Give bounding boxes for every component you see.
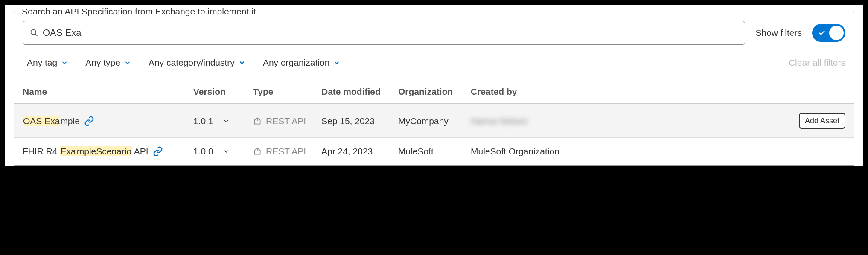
header-version[interactable]: Version (193, 87, 253, 97)
cell-type: REST API (253, 116, 321, 126)
table-row[interactable]: FHIR R4 ExampleScenario API 1.0.0 (14, 138, 854, 165)
filter-type-label: Any type (85, 58, 120, 68)
cell-version[interactable]: 1.0.1 (193, 116, 253, 126)
api-icon (253, 147, 262, 156)
cell-created-by: MuleSoft Organization (471, 146, 565, 156)
chevron-down-icon (61, 59, 68, 67)
match-highlight: OAS Exa (23, 116, 60, 126)
match-highlight: Exa (60, 146, 76, 156)
results-table: Name Version Type Date modified Organiza… (14, 81, 854, 165)
show-filters-label: Show filters (755, 28, 802, 38)
api-icon (253, 117, 262, 125)
match-highlight: mpleScenario (76, 146, 132, 156)
toggle-knob (829, 26, 844, 40)
search-fieldset: Search an API Specification from Exchang… (14, 12, 854, 166)
header-created-by[interactable]: Created by (471, 87, 565, 97)
search-box[interactable] (23, 21, 745, 45)
filter-category-dropdown[interactable]: Any category/industry (149, 58, 246, 68)
filter-category-label: Any category/industry (149, 58, 235, 68)
header-name[interactable]: Name (23, 87, 193, 97)
filter-tag-label: Any tag (27, 58, 57, 68)
show-filters-toggle[interactable] (812, 24, 845, 42)
header-date[interactable]: Date modified (321, 87, 398, 97)
cell-org: MyCompany (398, 116, 471, 126)
clear-all-filters[interactable]: Clear all filters (789, 58, 845, 68)
filter-organization-dropdown[interactable]: Any organization (263, 58, 341, 68)
cell-created-by: Hanna Nelson (471, 116, 565, 126)
add-asset-button[interactable]: Add Asset (799, 113, 845, 129)
filter-tag-dropdown[interactable]: Any tag (27, 58, 68, 68)
cell-date: Sep 15, 2023 (321, 116, 398, 126)
cell-name: FHIR R4 ExampleScenario API (23, 146, 193, 156)
cell-type: REST API (253, 146, 321, 156)
table-row[interactable]: OAS Example 1.0.1 (14, 104, 854, 138)
svg-point-0 (31, 30, 36, 35)
chevron-down-icon (124, 59, 131, 67)
header-org[interactable]: Organization (398, 87, 471, 97)
chevron-down-icon (238, 59, 246, 67)
fieldset-legend: Search an API Specification from Exchang… (19, 6, 259, 17)
check-icon (818, 29, 826, 37)
svg-line-1 (35, 34, 38, 36)
link-icon[interactable] (153, 146, 163, 156)
search-icon (30, 29, 38, 37)
cell-date: Apr 24, 2023 (321, 146, 398, 156)
table-header: Name Version Type Date modified Organiza… (14, 81, 854, 104)
filter-type-dropdown[interactable]: Any type (85, 58, 131, 68)
cell-org: MuleSoft (398, 146, 471, 156)
filter-organization-label: Any organization (263, 58, 329, 68)
link-icon[interactable] (84, 116, 94, 126)
cell-name: OAS Example (23, 116, 193, 126)
search-input[interactable] (43, 27, 738, 38)
chevron-down-icon (223, 148, 230, 155)
cell-version[interactable]: 1.0.0 (193, 146, 253, 156)
chevron-down-icon (223, 118, 230, 125)
header-type[interactable]: Type (253, 87, 321, 97)
chevron-down-icon (333, 59, 341, 67)
